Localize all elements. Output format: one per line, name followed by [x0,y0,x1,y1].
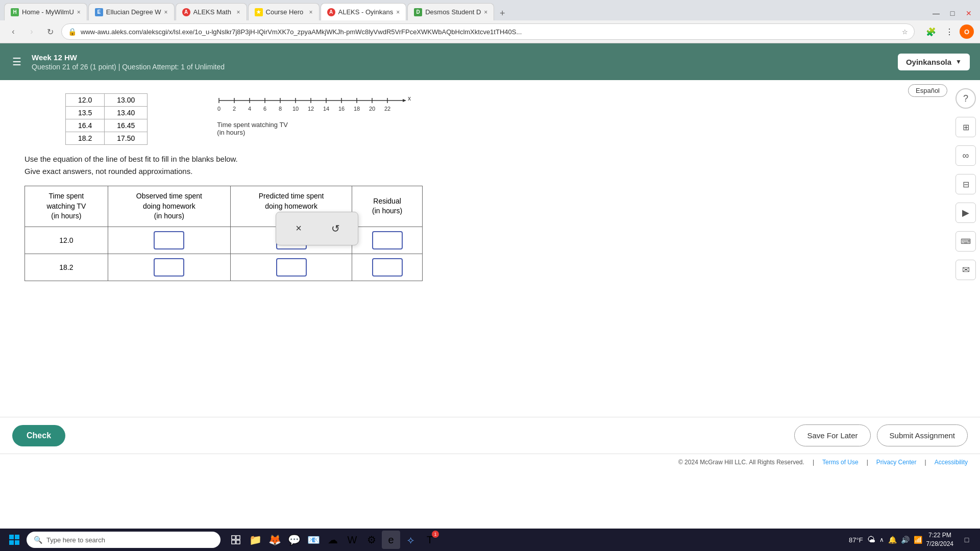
predicted-cell-2[interactable] [231,254,352,281]
tv-time-cell-2: 18.2 [25,254,108,281]
taskbar-pinned-icons: 📁 🦊 💬 📧 ☁ W ⚙ e ⟡ T 1 [227,531,439,549]
svg-rect-33 [236,540,240,544]
clock[interactable]: 7:22 PM 7/28/2024 [926,531,953,548]
instruction-text: Use the equation of the line of best fit… [24,153,980,178]
table-row: 12.0 13.00 [66,94,148,107]
start-button[interactable] [4,530,24,550]
calculator-icon[interactable]: ⊞ [955,117,976,137]
azure-icon[interactable]: ☁ [324,531,342,549]
tab-aleks-math[interactable]: A ALEKS Math × [176,3,247,20]
observed-input-2[interactable] [154,258,184,277]
minimize-button[interactable]: — [929,6,943,20]
user-name: Oyinkansola [906,58,951,66]
tab-close-icon[interactable]: × [164,9,168,16]
top-section: 12.0 13.00 13.5 13.40 16.4 16.45 18.2 [0,85,980,145]
svg-text:20: 20 [369,106,375,112]
check-button[interactable]: Check [12,425,65,446]
infinity-icon[interactable]: ∞ [955,145,976,166]
residual-input-1[interactable] [372,231,403,249]
x-axis-label: x [408,95,411,102]
terms-link[interactable]: Terms of Use [822,459,859,466]
teams2-icon[interactable]: T 1 [421,531,439,549]
table-cell: 17.50 [105,132,148,145]
svg-text:16: 16 [338,106,345,112]
tab-ellucian[interactable]: E Ellucian Degree W × [88,3,175,20]
tab-close-icon[interactable]: × [77,9,81,16]
bookmark-icon[interactable]: ☆ [902,28,908,36]
task-view-icon[interactable] [227,531,245,549]
tab-title: Ellucian Degree W [106,8,161,16]
forward-button[interactable]: › [24,24,39,39]
observed-cell-1[interactable] [108,227,230,254]
tab-favicon: ★ [255,8,263,16]
tab-aleks-active[interactable]: A ALEKS - Oyinkans × [321,3,407,20]
header-week-label: Week 12 HW [32,53,890,62]
settings-icon[interactable]: ⋮ [941,23,958,40]
submit-assignment-button[interactable]: Submit Assignment [877,424,968,446]
chrome-icon[interactable]: ⚙ [362,531,381,549]
notifications-button[interactable]: □ [958,531,976,549]
tab-favicon: D [414,8,422,16]
residual-cell-2[interactable] [352,254,423,281]
tab-close-icon[interactable]: × [237,9,240,16]
tab-desmos[interactable]: D Desmos Student D × [407,3,494,20]
taskbar-search[interactable]: 🔍 Type here to search [27,532,220,548]
observed-cell-2[interactable] [108,254,230,281]
tab-home[interactable]: H Home - MyWilmU × [4,3,87,20]
number-line-chart: 0 2 4 6 8 10 12 14 [209,85,413,121]
accessibility-link[interactable]: Accessibility [935,459,968,466]
bottom-bar: Check Save For Later Submit Assignment [0,417,980,454]
col-header-observed: Observed time spentdoing homework(in hou… [108,186,230,227]
table-cell: 13.5 [66,107,105,119]
table-row: 12.0 [25,227,423,254]
close-button[interactable]: ✕ [962,6,976,20]
lock-icon: 🔒 [68,28,77,36]
table-icon[interactable]: ⊟ [955,174,976,194]
tab-close-icon[interactable]: × [484,9,487,16]
hamburger-button[interactable]: ☰ [10,54,23,70]
word-icon[interactable]: W [343,531,361,549]
user-menu-button[interactable]: Oyinkansola ▼ [898,54,970,70]
extensions-icon[interactable]: 🧩 [923,23,939,40]
video-icon[interactable]: ▶ [955,203,976,223]
tab-close-icon[interactable]: × [396,9,400,16]
observed-input-1[interactable] [154,231,184,249]
tab-favicon: A [327,8,335,16]
mail-icon[interactable]: ✉ [955,260,976,280]
table-cell: 16.4 [66,119,105,132]
predicted-input-2[interactable] [276,258,307,277]
teams-icon[interactable]: 💬 [285,531,303,549]
svg-text:4: 4 [248,106,251,112]
tab-title: Desmos Student D [425,8,481,16]
tab-course-hero[interactable]: ★ Course Hero × [248,3,320,20]
svg-text:14: 14 [323,106,329,112]
residual-input-2[interactable] [372,258,403,277]
reload-button[interactable]: ↻ [43,24,57,39]
profile-avatar[interactable]: O [960,24,974,39]
file-explorer-icon[interactable]: 📁 [246,531,264,549]
back-button[interactable]: ‹ [6,24,20,39]
address-bar[interactable]: 🔒 www-awu.aleks.com/alekscgi/x/lsl.exe/1… [61,23,915,40]
residual-cell-1[interactable] [352,227,423,254]
browser-chrome: H Home - MyWilmU × E Ellucian Degree W ×… [0,0,980,43]
privacy-link[interactable]: Privacy Center [876,459,917,466]
help-icon[interactable]: ? [955,88,976,109]
outlook-icon[interactable]: 📧 [304,531,323,549]
undo-button[interactable]: ↺ [325,218,346,239]
azure2-icon[interactable]: ⟡ [401,531,420,549]
svg-rect-27 [15,535,19,539]
svg-rect-28 [9,540,14,545]
search-icon: 🔍 [34,536,42,544]
edge-icon[interactable]: e [382,531,400,549]
maximize-button[interactable]: □ [945,6,960,20]
keyboard-icon[interactable]: ⌨ [955,231,976,252]
chart-area: 0 2 4 6 8 10 12 14 [209,85,413,136]
firefox-icon[interactable]: 🦊 [265,531,284,549]
tab-close-icon[interactable]: × [309,9,313,16]
new-tab-button[interactable]: + [495,6,509,20]
volume-icon: 🔊 [901,536,910,544]
answer-table: Time spentwatching TV(in hours) Observed… [24,186,423,281]
save-for-later-button[interactable]: Save For Later [794,424,870,446]
clear-button[interactable]: × [288,218,309,239]
table-row: 13.5 13.40 [66,107,148,119]
